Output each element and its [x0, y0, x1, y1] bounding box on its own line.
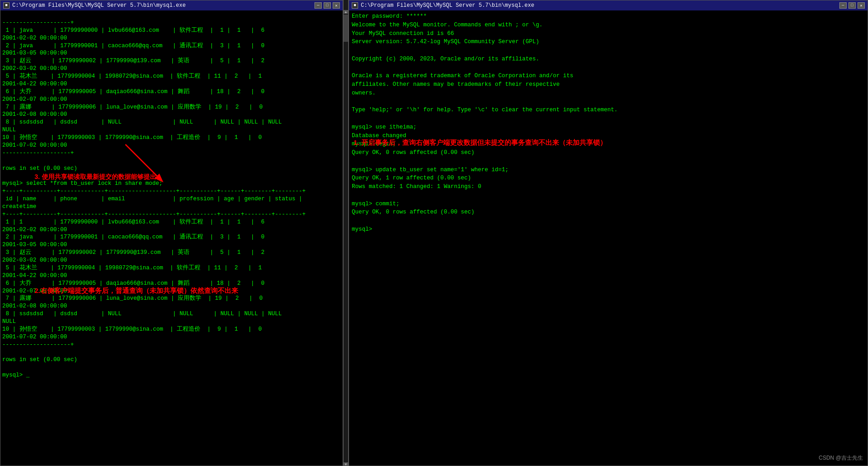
right-line-blank7	[352, 217, 865, 225]
left-title-bar: ■ C:\Program Files\MySQL\MySQL Server 5.…	[0, 0, 343, 10]
right-line-blank6	[352, 191, 865, 200]
left-line-5: 2001-03-05 00:00:00	[2, 50, 67, 56]
left-line-35: 7 | 露娜 | 17799990006 | luna_love@sina.co…	[2, 295, 263, 302]
left-line-22: id | name | phone | email | profession |…	[2, 196, 302, 202]
right-line-prompt: mysql>	[352, 225, 865, 234]
left-line-6: 3 | 赵云 | 17799990002 | 17799990@139.com …	[2, 58, 264, 64]
left-line-15: NULL	[2, 127, 16, 133]
left-line-32: 2001-04-22 00:00:00	[2, 273, 67, 279]
right-close-button[interactable]: ✕	[858, 2, 865, 9]
right-title-bar: ■ C:\Program Files\MySQL\MySQL Server 5.…	[349, 0, 868, 10]
left-window-title: C:\Program Files\MySQL\MySQL Server 5.7\…	[12, 2, 186, 9]
left-line-21: +----+----------+-------------+---------…	[2, 188, 306, 194]
left-scrollbar[interactable]: ▲ ▼	[343, 0, 349, 466]
left-minimize-button[interactable]: ─	[314, 2, 322, 9]
left-line-19: rows in set (0.00 sec)	[2, 165, 77, 172]
right-line-server: Server version: 5.7.42-log MySQL Communi…	[352, 38, 865, 46]
left-line-36: 2001-02-08 00:00:00	[2, 303, 67, 309]
right-line-copyright1: Copyright (c) 2000, 2023, Oracle and/or …	[352, 55, 865, 64]
left-line-3: 2001-02-02 00:00:00	[2, 35, 67, 41]
left-line-26: 2001-02-02 00:00:00	[2, 227, 67, 233]
right-line-blank1	[352, 46, 865, 55]
right-line-commit: mysql> commit;	[352, 200, 865, 208]
left-terminal: ■ C:\Program Files\MySQL\MySQL Server 5.…	[0, 0, 343, 466]
left-line-4: 2 | java | 17799990001 | caocao666@qq.co…	[2, 43, 264, 49]
left-line-16: 10 | 孙悟空 | 17799990003 | 17799990@sina.c…	[2, 134, 262, 141]
right-line-welcome: Welcome to the MySQL monitor. Commands e…	[352, 21, 865, 30]
right-line-update: mysql> update tb_user set name='1' where…	[352, 166, 865, 174]
right-terminal: ■ C:\Program Files\MySQL\MySQL Server 5.…	[349, 0, 868, 466]
right-line-begin-ok: Query OK, 0 rows affected (0.00 sec)	[352, 149, 865, 157]
left-line-24: +----+----------+-------------+---------…	[2, 211, 306, 218]
left-line-2: 1 | java | 17799990000 | lvbu666@163.com…	[2, 27, 264, 34]
left-line-7: 2002-03-02 00:00:00	[2, 65, 67, 72]
left-line-37: 8 | ssdsdsd | dsdsd | NULL | NULL | NULL…	[2, 311, 282, 317]
right-line-help: Type 'help;' or '\h' for help. Type '\c'…	[352, 106, 865, 114]
left-line-41: --------------------+	[2, 342, 74, 348]
left-line-39: 10 | 孙悟空 | 17799990003 | 17799990@sina.c…	[2, 326, 262, 332]
right-line-blank2	[352, 64, 865, 72]
left-line-34: 2001-02-07 00:00:00	[2, 288, 67, 294]
left-line-20: mysql> select *from tb_user lock in shar…	[2, 180, 163, 187]
left-line-33: 6 | 大乔 | 17799990005 | daqiao666@sina.co…	[2, 280, 264, 287]
left-close-button[interactable]: ✕	[333, 2, 340, 9]
left-line-38: NULL	[2, 318, 16, 325]
watermark: CSDN @吉士先生	[818, 454, 863, 463]
left-line-18: --------------------+	[2, 150, 74, 156]
left-line-40: 2001-07-02 00:00:00	[2, 334, 67, 340]
left-line-11: 2001-02-07 00:00:00	[2, 96, 67, 103]
right-line-oracle1: Oracle is a registered trademark of Orac…	[352, 72, 865, 80]
left-line-14: 8 | ssdsdsd | dsdsd | NULL | NULL | NULL…	[2, 119, 282, 125]
right-line-oracle3: owners.	[352, 89, 865, 98]
left-line-10: 6 | 大乔 | 17799990005 | daqiao666@sina.co…	[2, 89, 264, 95]
right-terminal-content: Enter password: ****** Welcome to the My…	[349, 10, 868, 466]
left-line-27: 2 | java | 17799990001 | caocao666@qq.co…	[2, 234, 264, 240]
left-line-17: 2001-07-02 00:00:00	[2, 142, 67, 149]
annotation3-label: 3. 使用共享锁读取最新提交的数据能够提出。	[35, 173, 163, 180]
left-line-12: 7 | 露娜 | 17799990006 | luna_love@sina.co…	[2, 104, 263, 110]
left-line-25: 1 | 1 | 17799990000 | lvbu666@163.com | …	[2, 219, 264, 225]
right-line-rows-matched: Rows matched: 1 Changed: 1 Warnings: 0	[352, 183, 865, 191]
left-line-31: 5 | 花木兰 | 17799990004 | 19980729@sina.co…	[2, 265, 262, 271]
right-window-title: C:\Program Files\MySQL\MySQL Server 5.7\…	[361, 2, 534, 9]
right-line-update-ok: Query OK, 1 row affected (0.00 sec)	[352, 174, 865, 183]
right-line-password: Enter password: ******	[352, 12, 865, 21]
left-window-icon: ■	[3, 2, 10, 9]
right-line-use: mysql> use itheima;	[352, 123, 865, 132]
right-maximize-button[interactable]: □	[848, 2, 856, 9]
left-line-43: mysql> _	[2, 372, 30, 378]
left-line-8: 5 | 花木兰 | 17799990004 | 19980729@sina.co…	[2, 73, 262, 79]
left-line-29: 3 | 赵云 | 17799990002 | 17799990@139.com …	[2, 249, 264, 256]
right-line-blank4	[352, 114, 865, 123]
right-line-connid: Your MySQL connection id is 66	[352, 30, 865, 38]
right-line-oracle2: affiliates. Other names may be trademark…	[352, 80, 865, 89]
right-line-blank5	[352, 157, 865, 166]
right-line-db-changed: Database changed	[352, 132, 865, 140]
left-line-13: 2001-02-08 00:00:00	[2, 111, 67, 118]
right-window-icon: ■	[352, 2, 358, 9]
left-line-23: createtime	[2, 203, 36, 210]
left-terminal-content: --------------------+ 1 | java | 1779999…	[0, 10, 343, 466]
right-line-begin: mysql> begin;	[352, 140, 865, 149]
left-maximize-button[interactable]: □	[324, 2, 331, 9]
right-line-commit-ok: Query OK, 0 rows affected (0.00 sec)	[352, 208, 865, 217]
left-line-30: 2002-03-02 00:00:00	[2, 257, 67, 263]
left-line-1: --------------------+	[2, 20, 74, 26]
right-line-blank3	[352, 98, 865, 106]
right-minimize-button[interactable]: ─	[839, 2, 847, 9]
svg-line-0	[125, 144, 162, 181]
left-line-42: rows in set (0.00 sec)	[2, 357, 77, 363]
left-line-28: 2001-03-05 00:00:00	[2, 242, 67, 248]
left-line-9: 2001-04-22 00:00:00	[2, 81, 67, 87]
